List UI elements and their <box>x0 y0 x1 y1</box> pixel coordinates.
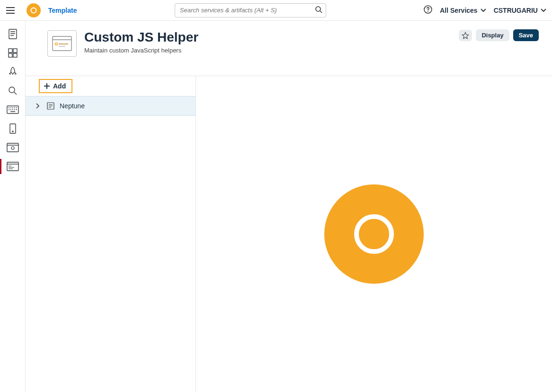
rail-item-window[interactable] <box>4 140 22 155</box>
svg-point-3 <box>427 11 428 12</box>
rail-item-grid[interactable] <box>4 45 22 61</box>
chevron-right-icon <box>34 103 42 109</box>
user-label: CSTRUGARIU <box>494 7 538 14</box>
rocket-icon <box>8 66 18 78</box>
svg-point-17 <box>55 43 58 45</box>
keyboard-icon <box>7 105 19 114</box>
svg-rect-13 <box>7 143 18 152</box>
display-button[interactable]: Display <box>476 29 509 41</box>
hamburger-icon <box>6 7 15 14</box>
window-lines-icon <box>7 162 19 171</box>
page-title: Custom JS Helper <box>84 30 198 45</box>
svg-point-9 <box>9 87 15 93</box>
rail-item-search[interactable] <box>4 83 22 98</box>
tree-item-label: Neptune <box>60 102 85 110</box>
window-preview-icon <box>52 35 72 52</box>
help-icon[interactable] <box>424 5 432 15</box>
brand-name[interactable]: Template <box>48 7 77 14</box>
page-icon <box>47 30 77 57</box>
code-icon <box>46 102 55 110</box>
add-label: Add <box>53 82 66 90</box>
detail-canvas <box>196 76 552 392</box>
grid-icon <box>8 48 18 58</box>
user-dropdown[interactable]: CSTRUGARIU <box>494 7 546 14</box>
brand-logo-large <box>324 184 424 284</box>
svg-rect-15 <box>7 162 18 171</box>
add-button[interactable]: Add <box>39 79 72 93</box>
magnifier-icon <box>8 86 18 96</box>
brand-ring-icon <box>30 7 37 14</box>
tree-sidebar: Add Neptune <box>26 76 196 392</box>
search-icon[interactable] <box>315 6 322 15</box>
rail-item-document[interactable] <box>4 26 22 42</box>
document-icon <box>8 28 18 40</box>
svg-point-0 <box>31 8 36 13</box>
page-header: Custom JS Helper Maintain custom JavaScr… <box>26 21 552 76</box>
page-subtitle: Maintain custom JavaScript helpers <box>84 47 198 54</box>
save-button[interactable]: Save <box>513 29 539 41</box>
svg-rect-6 <box>13 49 17 52</box>
svg-rect-7 <box>9 53 12 57</box>
chevron-down-icon <box>541 9 546 12</box>
favorite-button[interactable] <box>459 30 472 41</box>
rail-item-keyboard[interactable] <box>4 102 22 117</box>
rail-item-custom-js[interactable] <box>4 159 22 174</box>
brand-logo <box>27 3 41 17</box>
all-services-label: All Services <box>440 7 477 14</box>
mobile-icon <box>9 123 17 134</box>
svg-rect-5 <box>9 49 12 52</box>
rail-item-mobile[interactable] <box>4 121 22 136</box>
star-icon <box>462 32 469 39</box>
chevron-down-icon <box>481 9 486 12</box>
all-services-dropdown[interactable]: All Services <box>440 7 486 14</box>
menu-toggle[interactable] <box>0 7 21 14</box>
window-icon <box>7 143 19 152</box>
rail-item-rocket[interactable] <box>4 64 22 79</box>
brand-ring-icon <box>354 214 394 254</box>
svg-rect-4 <box>9 29 17 39</box>
tree-item-neptune[interactable]: Neptune <box>26 96 196 116</box>
svg-rect-8 <box>13 53 17 57</box>
search-input[interactable] <box>175 3 326 17</box>
svg-point-1 <box>316 7 321 11</box>
svg-point-14 <box>11 147 14 149</box>
svg-point-12 <box>12 131 13 132</box>
plus-icon <box>44 83 50 89</box>
